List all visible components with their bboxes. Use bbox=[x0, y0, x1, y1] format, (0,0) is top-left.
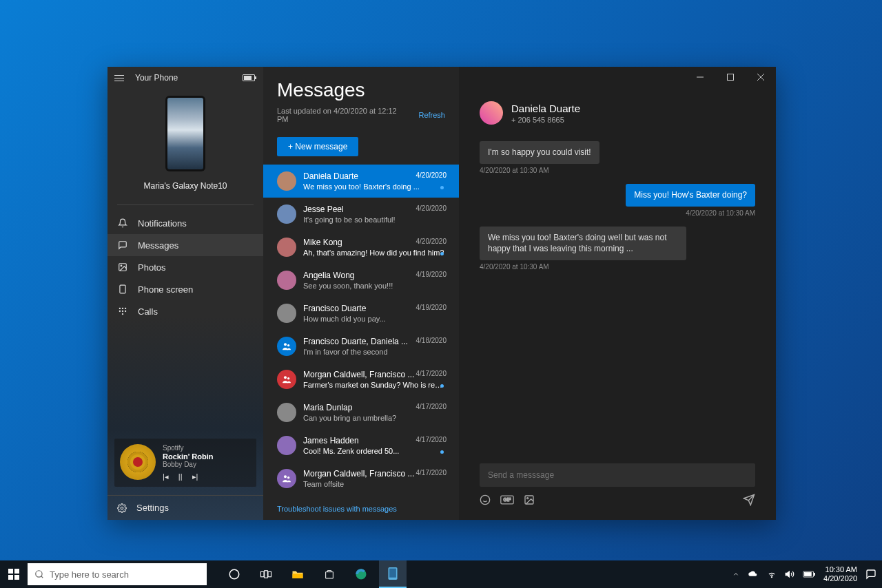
thread-item[interactable]: Morgan Caldwell, Francisco ...Team offsi… bbox=[263, 462, 459, 495]
thread-preview: It's going to be so beautiful! bbox=[303, 216, 445, 224]
volume-icon[interactable] bbox=[785, 569, 794, 579]
dialpad-icon bbox=[117, 306, 128, 317]
svg-point-15 bbox=[284, 475, 287, 478]
troubleshoot-link[interactable]: Troubleshoot issues with messages bbox=[263, 501, 459, 520]
taskbar-search[interactable]: Type here to search bbox=[28, 563, 207, 585]
svg-point-7 bbox=[122, 311, 123, 312]
nav-settings[interactable]: Settings bbox=[107, 495, 263, 520]
onedrive-icon[interactable] bbox=[748, 570, 759, 578]
nav-notifications[interactable]: Notifications bbox=[107, 212, 263, 234]
svg-rect-38 bbox=[265, 571, 268, 578]
svg-rect-30 bbox=[8, 569, 13, 574]
task-view-icon[interactable] bbox=[252, 560, 280, 588]
refresh-link[interactable]: Refresh bbox=[418, 111, 445, 119]
gif-icon[interactable]: GIF bbox=[500, 495, 514, 505]
message-input[interactable] bbox=[480, 463, 755, 487]
thread-preview: Farmer's market on Sunday? Who is ready … bbox=[303, 381, 445, 389]
send-icon[interactable] bbox=[743, 494, 755, 506]
thread-preview: We miss you too! Baxter's doing ... bbox=[303, 182, 445, 191]
thread-item[interactable]: Mike KongAh, that's amazing! How did you… bbox=[263, 231, 459, 264]
next-track-icon[interactable]: ▸| bbox=[192, 472, 198, 481]
thread-item[interactable]: Daniela DuarteWe miss you too! Baxter's … bbox=[263, 165, 459, 198]
tray-chevron-icon[interactable] bbox=[732, 571, 739, 578]
new-message-button[interactable]: + New message bbox=[277, 137, 358, 156]
thread-date: 4/17/2020 bbox=[416, 403, 447, 410]
unread-dot-icon bbox=[440, 384, 444, 388]
svg-rect-31 bbox=[14, 569, 19, 574]
thread-list[interactable]: Daniela DuarteWe miss you too! Baxter's … bbox=[263, 165, 459, 501]
action-center-icon[interactable] bbox=[865, 569, 876, 580]
window-controls bbox=[685, 67, 776, 87]
message-bubble: We miss you too! Baxter's doing well but… bbox=[480, 227, 686, 261]
thread-avatar bbox=[277, 403, 296, 422]
image-icon[interactable] bbox=[524, 494, 535, 505]
maximize-button[interactable] bbox=[715, 67, 746, 87]
battery-tray-icon[interactable] bbox=[803, 571, 815, 578]
pause-icon[interactable]: || bbox=[178, 472, 183, 481]
your-phone-taskbar-icon[interactable] bbox=[379, 560, 407, 588]
start-button[interactable] bbox=[0, 560, 28, 588]
thread-item[interactable]: Morgan Caldwell, Francisco ...Farmer's m… bbox=[263, 363, 459, 396]
svg-rect-18 bbox=[728, 74, 734, 81]
svg-point-13 bbox=[284, 376, 287, 379]
nav-calls[interactable]: Calls bbox=[107, 300, 263, 322]
phone-screen-icon bbox=[117, 284, 128, 295]
thread-item[interactable]: Francisco DuarteHow much did you pay...4… bbox=[263, 297, 459, 330]
nav-phone-screen[interactable]: Phone screen bbox=[107, 278, 263, 300]
thread-item[interactable]: Angelia WongSee you soon, thank you!!!4/… bbox=[263, 264, 459, 297]
settings-label: Settings bbox=[136, 503, 169, 513]
search-placeholder: Type here to search bbox=[50, 569, 129, 580]
thread-preview: Team offsite bbox=[303, 480, 445, 488]
wifi-icon[interactable] bbox=[767, 569, 777, 579]
svg-point-8 bbox=[125, 311, 126, 312]
nav-label: Photos bbox=[138, 262, 165, 273]
nav-list: Notifications Messages Photos Phone scre… bbox=[107, 212, 263, 322]
svg-point-10 bbox=[121, 507, 123, 510]
cortana-icon[interactable] bbox=[220, 560, 248, 588]
taskbar-clock[interactable]: 10:30 AM 4/20/2020 bbox=[823, 565, 857, 583]
thread-preview: I'm in favor of the second bbox=[303, 348, 445, 356]
prev-track-icon[interactable]: |◂ bbox=[163, 472, 169, 481]
svg-point-44 bbox=[771, 577, 772, 578]
chat-body[interactable]: I'm so happy you could visit!4/20/2020 a… bbox=[459, 134, 776, 463]
svg-rect-47 bbox=[814, 573, 815, 575]
media-widget[interactable]: Spotify Rockin' Robin Bobby Day |◂ || ▸| bbox=[114, 439, 256, 487]
close-button[interactable] bbox=[746, 67, 776, 87]
chat-icon bbox=[117, 240, 128, 251]
thread-date: 4/20/2020 bbox=[416, 204, 447, 212]
edge-icon[interactable] bbox=[347, 560, 375, 588]
message-row: I'm so happy you could visit!4/20/2020 a… bbox=[480, 141, 755, 174]
nav-label: Notifications bbox=[138, 218, 187, 229]
thread-item[interactable]: Maria DunlapCan you bring an umbrella?4/… bbox=[263, 396, 459, 429]
thread-date: 4/17/2020 bbox=[416, 469, 447, 476]
nav-photos[interactable]: Photos bbox=[107, 256, 263, 278]
file-explorer-icon[interactable] bbox=[284, 560, 311, 588]
taskbar-time: 10:30 AM bbox=[823, 565, 857, 574]
message-row: Miss you! How's Baxter doing?4/20/2020 a… bbox=[480, 184, 755, 217]
svg-point-9 bbox=[122, 313, 123, 315]
app-title: Your Phone bbox=[135, 73, 178, 83]
svg-point-16 bbox=[287, 476, 289, 479]
store-icon[interactable] bbox=[316, 560, 343, 588]
thread-item[interactable]: Francisco Duarte, Daniela ...I'm in favo… bbox=[263, 330, 459, 363]
hamburger-icon[interactable] bbox=[114, 71, 128, 85]
thread-preview: Ah, that's amazing! How did you find him… bbox=[303, 249, 445, 257]
svg-rect-32 bbox=[8, 575, 13, 580]
emoji-icon[interactable] bbox=[480, 494, 491, 505]
thread-item[interactable]: James HaddenCool! Ms. Zenk ordered 50...… bbox=[263, 429, 459, 462]
gear-icon bbox=[117, 503, 127, 513]
thread-avatar bbox=[277, 337, 296, 356]
svg-point-12 bbox=[287, 344, 289, 346]
thread-preview: Cool! Ms. Zenk ordered 50... bbox=[303, 447, 445, 455]
bell-icon bbox=[117, 218, 128, 229]
svg-rect-2 bbox=[120, 285, 125, 293]
thread-date: 4/19/2020 bbox=[416, 271, 447, 278]
contact-avatar[interactable] bbox=[480, 101, 503, 125]
minimize-button[interactable] bbox=[685, 67, 715, 87]
thread-avatar bbox=[277, 436, 296, 455]
messages-heading: Messages bbox=[277, 79, 445, 101]
phone-preview[interactable]: Maria's Galaxy Note10 bbox=[107, 89, 263, 198]
nav-messages[interactable]: Messages bbox=[107, 234, 263, 256]
compose-area: GIF bbox=[459, 463, 776, 520]
thread-item[interactable]: Jesse PeelIt's going to be so beautiful!… bbox=[263, 198, 459, 231]
